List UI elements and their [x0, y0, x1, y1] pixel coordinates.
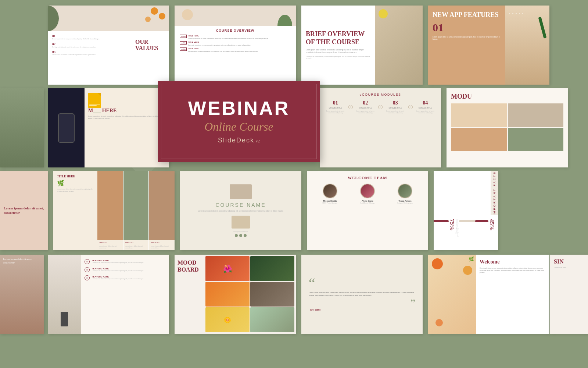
- slide-mood-board: MOOD BOARD 🌺 🌼: [175, 255, 296, 334]
- s1-body: 01 Lorem ipsum dolor sit amet, consectet…: [52, 34, 165, 56]
- s3-body: Lorem ipsum dolor sit amet, consectetur …: [306, 49, 370, 54]
- s1-top-image: [48, 6, 169, 31]
- slide-our-values: 01 Lorem ipsum dolor sit amet, consectet…: [48, 6, 169, 85]
- s1-item3: 03 At vero eos et accusamus et iusto odi…: [52, 50, 132, 56]
- slide-feature-list: 01 FEATURE NAME Lorem ipsum dolor sit am…: [48, 255, 169, 334]
- s7-content: eCOURSE MODULES 01 MODULE TITLE Lorem ip…: [320, 88, 441, 118]
- s10-title: TITLE HERE: [57, 175, 94, 178]
- s16-flower: 🌺: [223, 264, 232, 273]
- s1-num1: 01: [52, 34, 132, 38]
- s1-orange1: [151, 7, 158, 15]
- s2-mod1-content: TITLE HERE Lorem ipsum dolor sit amet, c…: [188, 35, 268, 40]
- hero-title: WEBINAR: [188, 99, 290, 118]
- s15-layout: 01 FEATURE NAME Lorem ipsum dolor sit am…: [48, 255, 169, 334]
- s16-grid: 🌺 🌼: [204, 255, 296, 334]
- s7-mod3: 03 MODULE TITLE Lorem ipsum dolor sit am…: [384, 100, 407, 114]
- s14-bg: Lorem ipsum dolor sit amet, consectetur: [0, 255, 44, 334]
- s12-member1: Michael Smith CEO / Project Manager: [311, 184, 349, 204]
- s3-left: BRIEF OVERVIEW OF THE COURSE Lorem ipsum…: [301, 6, 375, 85]
- s7-mod3-num: 03: [393, 100, 398, 106]
- s8-img1: [451, 103, 507, 127]
- s10-img3-col: IMAGE 03 Lorem ipsum dolor sit amet cons…: [149, 171, 175, 250]
- hero-version: v2: [256, 139, 260, 143]
- s16-img4: [250, 282, 294, 307]
- s18-layout: 🌿 Welcome Ut enim ad minim veniam, quis …: [428, 255, 549, 334]
- s11-social-icon2: [239, 234, 242, 237]
- s3-flower: [379, 9, 388, 18]
- sin-content: SIN Lorem ipsum dolor: [550, 255, 588, 272]
- s12-content: WELCOME TEAM Michael Smith CEO / Project…: [307, 171, 428, 208]
- s15-feat1-num: 01: [85, 259, 90, 264]
- s16-img1: 🌺: [205, 256, 250, 281]
- s10-img1-label: IMAGE 01: [97, 240, 123, 245]
- s2-content: COURSE OVERVIEW module TITLE HERE Lorem …: [175, 26, 296, 57]
- s11-content: COURSE NAME Lorem ipsum dolor sit amet, …: [180, 171, 301, 250]
- s18-orange1: [432, 258, 443, 269]
- s9-text: Lorem ipsum dolor sit amet, consectetur: [4, 206, 44, 215]
- s3-layout: BRIEF OVERVIEW OF THE COURSE Lorem ipsum…: [301, 6, 423, 85]
- s10-images: IMAGE 01 Lorem ipsum dolor sit amet cons…: [97, 171, 175, 250]
- s1-text2: Sed ut perspiciatis unde omnis iste natu…: [52, 46, 132, 48]
- s8-grid: [451, 103, 563, 151]
- s13-stat2: 75%: [449, 219, 455, 247]
- s13-text1: Lorem ipsum dolor sit amet, consectetur …: [455, 219, 459, 244]
- s2-mod1-heading: TITLE HERE: [188, 35, 268, 37]
- slide-important-facts: IMPORTANT FACTS 45% Lorem ipsum dolor si…: [434, 171, 498, 250]
- s16-title: MOOD BOARD: [178, 259, 201, 273]
- s1-title-area: OUR VALUES: [135, 34, 165, 56]
- s16-layout: MOOD BOARD 🌺 🌼: [175, 255, 296, 334]
- s13-fill2: [434, 220, 449, 222]
- s7-plus2: +: [378, 105, 383, 109]
- s4-num: 01: [433, 21, 501, 34]
- s13-bar1: [459, 220, 488, 222]
- s10-img1: [97, 171, 123, 240]
- slide-welcome-team: WELCOME TEAM Michael Smith CEO / Project…: [307, 171, 428, 250]
- s3-title: BRIEF OVERVIEW OF THE COURSE: [306, 30, 370, 46]
- slide-ecourse-modules: eCOURSE MODULES 01 MODULE TITLE Lorem ip…: [320, 88, 441, 167]
- slide-course-overview: COURSE OVERVIEW module TITLE HERE Lorem …: [175, 6, 296, 85]
- s2-mod3-label: module: [180, 47, 187, 51]
- s7-mod4-label: MODULE TITLE: [419, 107, 432, 109]
- s1-title: OUR VALUES: [135, 39, 165, 52]
- s18-body: Ut enim ad minim veniam, quis nostrud ex…: [480, 267, 546, 274]
- s13-stats: 45% Lorem ipsum dolor sit amet, consecte…: [434, 215, 498, 250]
- s13-stat1: 45%: [488, 219, 495, 247]
- s10-top: TITLE HERE 🌿 Lorem ipsum dolor sit amet,…: [53, 171, 175, 250]
- s2-plant: [277, 7, 292, 26]
- s12-title: WELCOME TEAM: [311, 176, 424, 180]
- s10-img3-label: IMAGE 03: [149, 240, 175, 245]
- s2-title: COURSE OVERVIEW: [180, 29, 291, 32]
- s9-content: Lorem ipsum dolor sit amet, consectetur: [0, 171, 48, 250]
- slide-welcome: 🌿 Welcome Ut enim ad minim veniam, quis …: [428, 255, 549, 334]
- s2-mod3-heading: TITLE HERE: [188, 47, 258, 50]
- s7-mod3-text: Lorem ipsum dolor sit amet, consectetur …: [384, 110, 407, 114]
- s17-close-quote: ”: [309, 298, 415, 307]
- s7-sep2: +: [378, 105, 383, 109]
- s18-orange3: [435, 319, 443, 326]
- s16-img2: [250, 256, 294, 281]
- s1-num3: 03: [52, 50, 132, 54]
- s13-bar2: [434, 220, 449, 222]
- slide-partial-left-r4: Lorem ipsum dolor sit amet, consectetur: [0, 255, 44, 334]
- s10-body: Lorem ipsum dolor sit amet, consectetur …: [57, 188, 94, 192]
- s2-mod1-label: module: [180, 35, 187, 38]
- s1-list: 01 Lorem ipsum dolor sit amet, consectet…: [52, 34, 132, 56]
- s15-feat3-desc: Lorem ipsum dolor sit amet, consectetur …: [92, 278, 144, 280]
- slide-partial-left-r3: Lorem ipsum dolor sit amet, consectetur: [0, 171, 48, 250]
- s15-feat2-text: FEATURE NAME Lorem ipsum dolor sit amet,…: [92, 268, 144, 272]
- s12-team: Michael Smith CEO / Project Manager Alic…: [311, 184, 424, 204]
- s6-doc-icon: [88, 93, 101, 108]
- s7-mod4-text: Lorem ipsum dolor sit amet, consectetur …: [414, 110, 437, 114]
- s12-role1: CEO / Project Manager: [322, 202, 337, 204]
- s11-body: Lorem ipsum dolor sit amet, consectetur …: [198, 210, 283, 213]
- s1-text3: At vero eos et accusamus et iusto odio d…: [52, 54, 132, 56]
- hero-subtitle: Online Course: [188, 120, 290, 134]
- s2-circle: [182, 9, 193, 20]
- s7-mod2: 02 MODULE TITLE Lorem ipsum dolor sit am…: [354, 100, 377, 114]
- s11-bottom-img: [232, 216, 250, 229]
- s7-mod2-label: MODULE TITLE: [359, 107, 372, 109]
- s11-top-img: [230, 184, 252, 199]
- s14-text: Lorem ipsum dolor sit amet, consectetur: [3, 258, 41, 265]
- s7-mod1-label: MODULE TITLE: [329, 107, 342, 109]
- s10-left: TITLE HERE 🌿 Lorem ipsum dolor sit amet,…: [53, 171, 97, 250]
